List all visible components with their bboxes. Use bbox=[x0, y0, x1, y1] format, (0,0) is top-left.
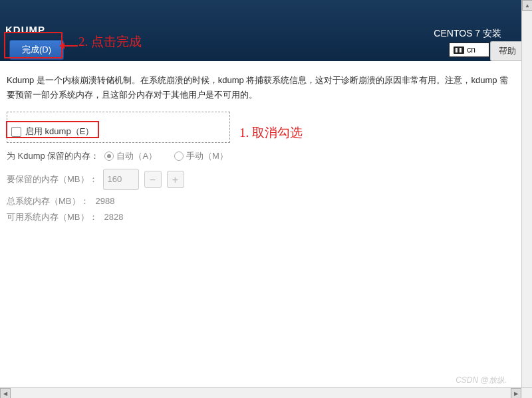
watermark: CSDN @放纵. bbox=[456, 375, 507, 386]
page-title: KDUMP bbox=[5, 24, 45, 35]
install-title: CENTOS 7 安装 bbox=[434, 28, 501, 40]
to-reserve-row: 要保留的内存（MB）： 160 − + bbox=[7, 169, 515, 190]
avail-memory-value: 2828 bbox=[104, 210, 124, 225]
enable-kdump-label: 启用 kdump（E） bbox=[25, 124, 94, 139]
horizontal-scrollbar[interactable]: ◀ ▶ bbox=[0, 387, 532, 398]
total-memory-value: 2988 bbox=[96, 194, 115, 209]
manual-radio-label: 手动（M） bbox=[186, 149, 228, 163]
header-bar: KDUMP 完成(D) 2. 点击完成 CENTOS 7 安装 cn 帮助 bbox=[0, 0, 521, 61]
enable-kdump-row: 启用 kdump（E） bbox=[9, 123, 96, 140]
lang-code: cn bbox=[467, 45, 475, 54]
enable-kdump-checkbox[interactable] bbox=[11, 127, 21, 137]
memory-input[interactable]: 160 bbox=[103, 169, 139, 190]
done-button[interactable]: 完成(D) bbox=[9, 40, 64, 60]
scroll-up-arrow-icon[interactable]: ▲ bbox=[522, 0, 532, 11]
reserved-memory-label: 为 Kdump 保留的内存： bbox=[7, 149, 99, 163]
auto-radio[interactable]: 自动（A） bbox=[104, 149, 157, 163]
keyboard-layout-indicator[interactable]: cn bbox=[449, 43, 489, 57]
reserved-memory-row: 为 Kdump 保留的内存： 自动（A） 手动（M） bbox=[7, 149, 515, 163]
avail-memory-row: 可用系统内存（MB）： 2828 bbox=[7, 210, 515, 225]
vertical-scrollbar[interactable]: ▲ bbox=[521, 0, 532, 387]
total-memory-label: 总系统内存（MB）： bbox=[7, 194, 89, 209]
annotation-step1: 1. 取消勾选 bbox=[239, 126, 303, 140]
scroll-left-arrow-icon[interactable]: ◀ bbox=[0, 388, 11, 398]
radio-icon bbox=[104, 151, 114, 161]
annotation-arrow-icon bbox=[63, 45, 79, 47]
stepper-plus[interactable]: + bbox=[167, 171, 184, 188]
enable-kdump-container: 启用 kdump（E） bbox=[7, 112, 230, 143]
keyboard-icon bbox=[454, 47, 464, 54]
kdump-description: Kdump 是一个内核崩溃转储机制。在系统崩溃的时候，kdump 将捕获系统信息… bbox=[7, 73, 515, 102]
manual-radio[interactable]: 手动（M） bbox=[174, 149, 228, 163]
stepper-minus[interactable]: − bbox=[144, 171, 162, 188]
scroll-right-arrow-icon[interactable]: ▶ bbox=[511, 388, 521, 398]
auto-radio-label: 自动（A） bbox=[116, 149, 157, 163]
body-content: Kdump 是一个内核崩溃转储机制。在系统崩溃的时候，kdump 将捕获系统信息… bbox=[0, 61, 521, 231]
help-button[interactable]: 帮助 bbox=[490, 41, 521, 61]
total-memory-row: 总系统内存（MB）： 2988 bbox=[7, 194, 515, 209]
radio-icon bbox=[174, 151, 184, 161]
annotation-step2: 2. 点击完成 bbox=[78, 33, 142, 50]
avail-memory-label: 可用系统内存（MB）： bbox=[7, 210, 98, 225]
to-reserve-label: 要保留的内存（MB）： bbox=[7, 172, 98, 187]
